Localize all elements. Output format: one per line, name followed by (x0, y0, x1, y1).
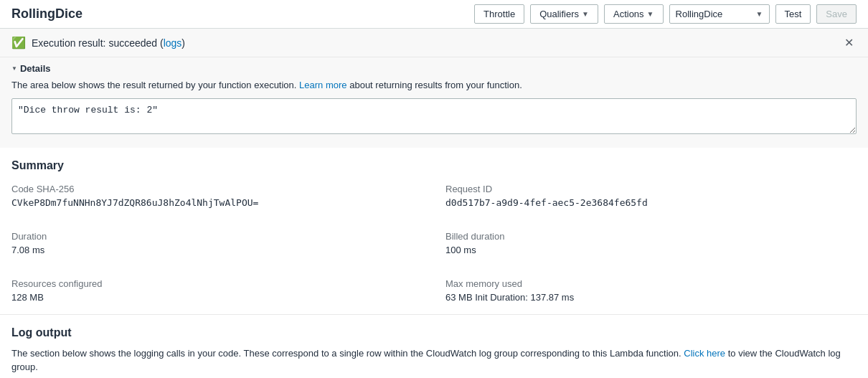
summary-title: Summary (11, 159, 857, 172)
details-desc-suffix: about returning results from your functi… (349, 80, 522, 90)
code-sha-label: Code SHA-256 (11, 184, 423, 194)
max-memory-label: Max memory used (445, 278, 857, 289)
code-sha-value: CVkeP8Dm7fuNNHn8YJ7dZQR86uJ8hZo4lNhjTwAl… (11, 197, 423, 208)
request-id-label: Request ID (445, 184, 857, 194)
qualifiers-button[interactable]: Qualifiers ▼ (530, 4, 598, 24)
save-button: Save (816, 4, 857, 24)
billed-duration-value: 100 ms (445, 245, 857, 255)
resources-item: Resources configured 128 MB (11, 278, 423, 303)
logs-link[interactable]: logs (164, 37, 182, 49)
details-label: Details (20, 63, 51, 74)
billed-duration-label: Billed duration (445, 231, 857, 242)
click-here-link[interactable]: Click here (684, 348, 725, 359)
page-title: RollingDice (11, 6, 468, 22)
exec-result-text: Execution result: succeeded (logs) (32, 37, 185, 49)
log-desc-before: The section below shows the logging call… (11, 348, 681, 359)
summary-section: Summary Code SHA-256 CVkeP8Dm7fuNNHn8YJ7… (0, 148, 868, 314)
details-section: ▼ Details The area below shows the resul… (0, 57, 868, 148)
triangle-down-icon: ▼ (11, 65, 17, 72)
log-section: Log output The section below shows the l… (0, 315, 868, 379)
details-toggle[interactable]: ▼ Details (11, 57, 857, 78)
function-selector[interactable]: RollingDice ▼ (669, 4, 770, 24)
chevron-down-icon: ▼ (756, 10, 763, 18)
duration-item: Duration 7.08 ms (11, 231, 423, 255)
success-icon: ✅ (11, 37, 26, 49)
request-id-value: d0d517b7-a9d9-4fef-aec5-2e3684fe65fd (445, 197, 857, 208)
billed-duration-item: Billed duration 100 ms (445, 231, 857, 255)
chevron-down-icon: ▼ (647, 10, 654, 18)
throttle-button[interactable]: Throttle (474, 4, 524, 24)
summary-grid: Code SHA-256 CVkeP8Dm7fuNNHn8YJ7dZQR86uJ… (11, 184, 857, 314)
actions-button[interactable]: Actions ▼ (604, 4, 664, 24)
duration-label: Duration (11, 231, 423, 242)
log-description: The section below shows the logging call… (11, 346, 857, 374)
log-title: Log output (11, 326, 857, 339)
function-name: RollingDice (676, 9, 753, 19)
exec-result-left: ✅ Execution result: succeeded (logs) (11, 37, 185, 49)
resources-label: Resources configured (11, 278, 423, 289)
close-button[interactable]: ✕ (841, 36, 857, 49)
throttle-label: Throttle (483, 9, 515, 19)
qualifiers-label: Qualifiers (539, 9, 579, 19)
exec-status: Execution result: succeeded (32, 37, 157, 49)
test-button[interactable]: Test (775, 4, 811, 24)
execution-result-bar: ✅ Execution result: succeeded (logs) ✕ (0, 29, 868, 57)
code-sha-item: Code SHA-256 CVkeP8Dm7fuNNHn8YJ7dZQR86uJ… (11, 184, 423, 208)
resources-value: 128 MB (11, 292, 423, 303)
chevron-down-icon: ▼ (582, 10, 589, 18)
actions-label: Actions (613, 9, 644, 19)
header: RollingDice Throttle Qualifiers ▼ Action… (0, 0, 868, 29)
request-id-item: Request ID d0d517b7-a9d9-4fef-aec5-2e368… (445, 184, 857, 208)
max-memory-value: 63 MB Init Duration: 137.87 ms (445, 292, 857, 303)
result-textarea[interactable]: "Dice throw result is: 2" (11, 98, 857, 134)
duration-value: 7.08 ms (11, 245, 423, 255)
details-desc-text: The area below shows the result returned… (11, 80, 296, 90)
learn-more-link[interactable]: Learn more (299, 80, 346, 90)
details-description: The area below shows the result returned… (11, 78, 857, 93)
max-memory-item: Max memory used 63 MB Init Duration: 137… (445, 278, 857, 303)
